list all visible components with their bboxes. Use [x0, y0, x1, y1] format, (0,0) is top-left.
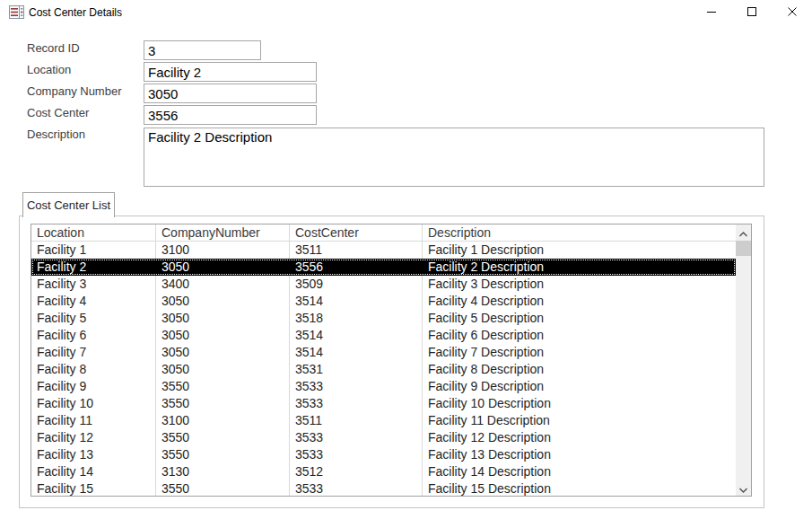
table-cell: Facility 3 [31, 276, 156, 293]
table-cell: Facility 14 [31, 463, 156, 480]
table-cell: Facility 10 Description [423, 395, 736, 412]
table-cell: 3050 [156, 259, 290, 276]
maximize-button[interactable] [731, 0, 772, 25]
table-cell: 3511 [290, 242, 423, 259]
column-header-location: Location [31, 224, 156, 241]
table-row[interactable]: Facility 630503514Facility 6 Description [31, 327, 736, 344]
table-row[interactable]: Facility 131003511Facility 1 Description [31, 242, 736, 259]
table-row[interactable]: Facility 730503514Facility 7 Description [31, 344, 736, 361]
table-cell: Facility 13 Description [423, 446, 736, 463]
table-row[interactable]: Facility 334003509Facility 3 Description [31, 276, 736, 293]
table-row[interactable]: Facility 1335503533Facility 13 Descripti… [31, 446, 736, 463]
table-cell: 3531 [290, 361, 423, 378]
table-row[interactable]: Facility 430503514Facility 4 Description [31, 293, 736, 310]
column-header-description: Description [423, 224, 736, 241]
record-id-label: Record ID [27, 41, 80, 55]
table-cell: Facility 4 Description [423, 293, 736, 310]
table-cell: 3514 [290, 344, 423, 361]
table-cell: 3509 [290, 276, 423, 293]
table-cell: 3550 [156, 480, 290, 497]
maximize-icon [747, 4, 757, 21]
tab-cost-center-list[interactable]: Cost Center List [22, 192, 115, 217]
location-field[interactable] [144, 62, 317, 82]
vertical-scrollbar[interactable] [736, 224, 751, 496]
cost-center-list: Location CompanyNumber CostCenter Descri… [31, 224, 752, 497]
table-cell: 3514 [290, 293, 423, 310]
table-cell: Facility 9 [31, 378, 156, 395]
table-cell: Facility 5 [31, 310, 156, 327]
table-cell: Facility 14 Description [423, 463, 736, 480]
table-cell: 3511 [290, 412, 423, 429]
table-cell: Facility 1 [31, 242, 156, 259]
table-cell: Facility 7 [31, 344, 156, 361]
table-cell: 3050 [156, 310, 290, 327]
table-cell: Facility 11 Description [423, 412, 736, 429]
table-cell: 3100 [156, 242, 290, 259]
table-cell: Facility 12 Description [423, 429, 736, 446]
table-cell: Facility 6 Description [423, 327, 736, 344]
chevron-up-icon [739, 224, 747, 241]
table-cell: Facility 1 Description [423, 242, 736, 259]
table-cell: Facility 6 [31, 327, 156, 344]
window-title: Cost Center Details [29, 6, 122, 19]
table-cell: Facility 8 Description [423, 361, 736, 378]
company-number-label: Company Number [27, 84, 122, 98]
description-label: Description [27, 128, 85, 141]
column-header-cost-center: CostCenter [290, 224, 423, 241]
table-row[interactable]: Facility 1431303512Facility 14 Descripti… [31, 463, 736, 480]
table-cell: Facility 12 [31, 429, 156, 446]
table-cell: 3533 [290, 378, 423, 395]
table-row[interactable]: Facility 935503533Facility 9 Description [31, 378, 736, 395]
table-cell: 3533 [290, 480, 423, 497]
location-label: Location [27, 63, 71, 76]
table-cell: 3556 [290, 259, 423, 276]
table-rows: Facility 131003511Facility 1 Description… [31, 242, 736, 497]
table-cell: 3550 [156, 446, 290, 463]
table-cell: Facility 7 Description [423, 344, 736, 361]
table-row[interactable]: Facility 1235503533Facility 12 Descripti… [31, 429, 736, 446]
table-cell: 3533 [290, 446, 423, 463]
scroll-down-button[interactable] [736, 480, 751, 496]
table-cell: Facility 3 Description [423, 276, 736, 293]
company-number-field[interactable] [144, 84, 317, 103]
table-row[interactable]: Facility 1535503533Facility 15 Descripti… [31, 480, 736, 497]
table-cell: Facility 2 [31, 259, 156, 276]
minimize-icon [706, 4, 717, 21]
scrollbar-thumb[interactable] [736, 241, 751, 256]
table-row[interactable]: Facility 1131003511Facility 11 Descripti… [31, 412, 736, 429]
close-button[interactable] [772, 0, 812, 25]
window-titlebar: Cost Center Details [0, 0, 812, 25]
table-row[interactable]: Facility 830503531Facility 8 Description [31, 361, 736, 378]
table-cell: Facility 2 Description [423, 259, 736, 276]
table-cell: 3512 [290, 463, 423, 480]
table-cell: Facility 4 [31, 293, 156, 310]
scroll-up-button[interactable] [736, 224, 751, 240]
table-cell: 3550 [156, 378, 290, 395]
table-cell: Facility 10 [31, 395, 156, 412]
chevron-down-icon [739, 480, 747, 497]
minimize-button[interactable] [691, 0, 731, 25]
table-cell: Facility 9 Description [423, 378, 736, 395]
table-cell: 3514 [290, 327, 423, 344]
table-cell: Facility 5 Description [423, 310, 736, 327]
record-id-field[interactable] [144, 40, 261, 60]
table-header-row: Location CompanyNumber CostCenter Descri… [31, 224, 736, 242]
description-field[interactable]: Facility 2 Description [144, 128, 764, 187]
table-cell: 3050 [156, 327, 290, 344]
table-cell: Facility 15 Description [423, 480, 736, 497]
table-cell: 3533 [290, 395, 423, 412]
table-cell: 3050 [156, 361, 290, 378]
table-cell: 3400 [156, 276, 290, 293]
cost-center-label: Cost Center [27, 106, 89, 119]
table-cell: 3050 [156, 344, 290, 361]
window-controls [691, 0, 812, 25]
table-cell: Facility 8 [31, 361, 156, 378]
table-cell: Facility 13 [31, 446, 156, 463]
table-row[interactable]: Facility 530503518Facility 5 Description [31, 310, 736, 327]
table-cell: 3533 [290, 429, 423, 446]
table-row[interactable]: Facility 230503556Facility 2 Description [31, 259, 736, 276]
table-row[interactable]: Facility 1035503533Facility 10 Descripti… [31, 395, 736, 412]
table-cell: 3550 [156, 429, 290, 446]
cost-center-field[interactable] [144, 105, 317, 125]
column-header-company-number: CompanyNumber [156, 224, 290, 241]
